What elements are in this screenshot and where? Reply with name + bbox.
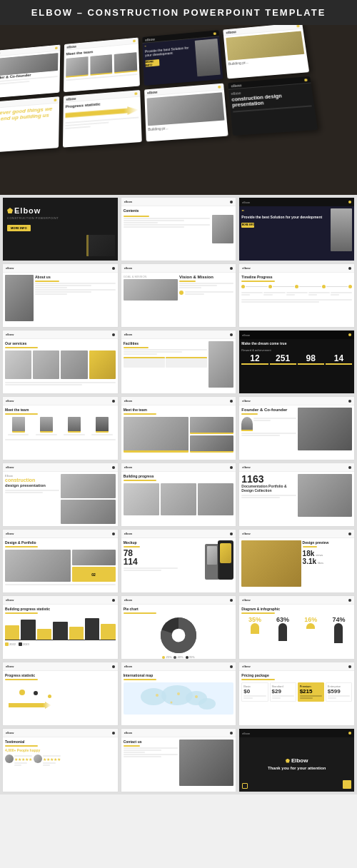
- slide-card-4: elbow About us: [2, 263, 119, 328]
- slide-logo: elbow: [124, 200, 132, 203]
- hero-thumb-8: elbow elbow construction design presenta…: [228, 76, 318, 136]
- stat-number: 251: [270, 354, 296, 363]
- bar-7: [101, 624, 115, 640]
- slide-logo: elbow: [124, 465, 132, 469]
- founder-img: [298, 408, 352, 450]
- slide-dot: [348, 599, 351, 602]
- slide-dot: [112, 665, 115, 668]
- slide-title: About us: [35, 275, 116, 279]
- slide-card-27: elbow Elbow Thank you for your attention: [238, 728, 355, 792]
- hero-thumb-logo: elbow: [67, 44, 76, 49]
- progress-circle: [48, 695, 51, 698]
- legend-label: 2022: [9, 642, 16, 646]
- slide-line: [241, 435, 279, 436]
- timeline-line: [246, 286, 267, 287]
- slide-line: [35, 293, 67, 295]
- slide-card-16: elbow Design & Portfolio 02: [2, 529, 119, 593]
- stat-number: 14: [326, 354, 352, 363]
- map-svg: [136, 682, 221, 715]
- slide-dot: [348, 333, 351, 336]
- slide-line: [185, 293, 204, 295]
- slide-accent-line: [5, 612, 38, 614]
- slide-subtitle: design presentation: [5, 483, 59, 488]
- slide-line: [5, 384, 82, 385]
- slide-title: Design preview: [303, 540, 352, 545]
- slide-line: [263, 294, 272, 296]
- slide-line: [124, 567, 178, 569]
- slide-accent-line: [303, 546, 318, 547]
- pricing-card: Standard $29: [270, 682, 296, 702]
- contact-img: [179, 740, 233, 786]
- hero-thumb-btn[interactable]: MORE INFO: [145, 59, 159, 67]
- service-img: [61, 350, 87, 379]
- timeline-dot: [322, 285, 326, 288]
- slide-line: [124, 224, 211, 226]
- slide-line: [241, 433, 296, 434]
- stat-bar: [241, 363, 268, 365]
- slide-card-18: elbow Design preview 18k views 3.1k like…: [238, 529, 355, 593]
- slide-dot: [230, 466, 233, 469]
- slide-line: [241, 497, 279, 498]
- slide-dot: [112, 599, 115, 602]
- slide-logo: elbow: [6, 465, 14, 469]
- plan-line: [328, 695, 350, 697]
- slides-grid: Elbow CONSTRUCTION POWERPOINT MORE INFO …: [0, 195, 357, 794]
- preview-label2: likes: [318, 561, 323, 565]
- pie-legend-label: 35%: [189, 655, 195, 659]
- slide-accent-line: [124, 413, 156, 415]
- diagram-pct-1: 35%: [241, 616, 268, 623]
- slide-line: [179, 287, 201, 288]
- slide-logo: elbow: [6, 731, 14, 735]
- founder-role: [253, 420, 271, 421]
- stat-number: 12: [241, 354, 268, 363]
- hero-thumb-6: elbow Progress statistic: [63, 90, 142, 148]
- team-main-photo: [124, 417, 189, 453]
- pie-chart-svg: [161, 617, 196, 653]
- plan-price: $599: [328, 688, 350, 695]
- elbow-deco: [86, 235, 115, 256]
- slide-line: [124, 756, 161, 757]
- svg-point-7: [198, 698, 216, 710]
- slide-card-14: elbow Building progress: [121, 463, 237, 527]
- slide-line: [124, 349, 208, 350]
- hero-thumb-3: elbow " Provide the best Solution for yo…: [142, 30, 223, 86]
- hero-thumb-logo: elbow: [66, 96, 76, 101]
- slide-card-10: elbow Meet the team: [2, 396, 119, 460]
- timeline-dot: [241, 285, 245, 288]
- quote-btn[interactable]: MORE INFO: [241, 223, 254, 228]
- team-photo: [68, 417, 81, 433]
- hero-grid: elbow Founder & Co-founder elbow Meet th…: [0, 25, 318, 153]
- elbow-btn[interactable]: MORE INFO: [7, 225, 31, 231]
- timeline-dot: [348, 285, 352, 288]
- slide-line: [124, 218, 211, 219]
- hero-thumb-1: elbow Founder & Co-founder: [0, 45, 60, 99]
- slide-img-label: GOAL & MISSION: [124, 275, 178, 278]
- slide-card-3: elbow " Provide the best Solution for yo…: [238, 197, 355, 261]
- hero-thumb-7: elbow Building pr...: [144, 84, 228, 142]
- team-name: [8, 434, 29, 435]
- plan-price: $29: [272, 688, 294, 695]
- timeline-dot: [268, 285, 272, 288]
- slide-title: Diagram & infographic: [241, 607, 352, 611]
- slide-title: Our services: [5, 341, 116, 345]
- slide-accent-line: [5, 413, 38, 415]
- chart-baseline: [5, 640, 116, 640]
- slide-title: Building progress: [124, 474, 234, 478]
- svg-point-8: [156, 694, 159, 697]
- slide-logo: elbow: [242, 465, 250, 469]
- slide-accent-line: [124, 679, 156, 680]
- slide-logo: elbow: [124, 333, 132, 336]
- slide-title: Design & Portfolio: [5, 540, 116, 545]
- slide-line: [35, 285, 91, 286]
- slide-line: [179, 285, 217, 286]
- timeline-line: [299, 286, 321, 287]
- page-header: ELBOW – CONSTRUCTION POWERPOINT TEMPLATE: [0, 0, 357, 25]
- slide-accent-line: [124, 347, 149, 348]
- slide-logo: elbow: [124, 532, 132, 535]
- slide-card-22: elbow Progress statistic: [2, 662, 119, 726]
- hero-thumb-dot: [133, 39, 136, 42]
- slide-line: [35, 291, 91, 293]
- hero-thumb-dot: [134, 92, 137, 95]
- slide-line: [124, 747, 178, 749]
- slide-logo: elbow: [124, 266, 132, 270]
